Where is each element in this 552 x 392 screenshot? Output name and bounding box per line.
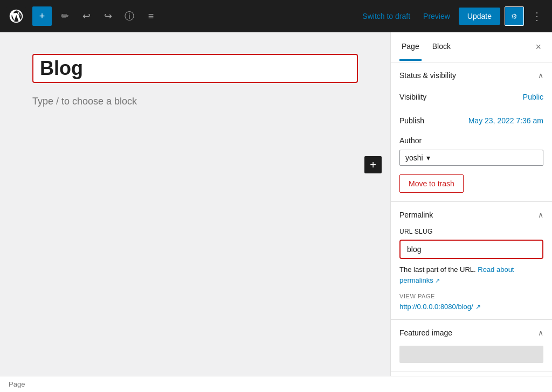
info-button[interactable]: ⓘ: [121, 8, 138, 25]
info-icon: ⓘ: [125, 10, 134, 23]
permalink-header[interactable]: Permalink ∧: [391, 202, 552, 228]
list-icon: ≡: [148, 11, 154, 22]
permalink-description: The last part of the URL. Read about per…: [399, 264, 543, 285]
featured-image-title: Featured image: [399, 328, 452, 337]
editor-area: Blog Type / to choose a block +: [0, 32, 390, 376]
more-options-button[interactable]: ⋮: [528, 8, 546, 25]
visibility-label: Visibility: [399, 93, 426, 101]
redo-icon: ↪: [104, 10, 112, 22]
pen-icon-button[interactable]: ✏: [56, 8, 73, 25]
author-label: Author: [399, 136, 422, 145]
toolbar-right: Switch to draft Preview Update ⚙ ⋮: [358, 6, 546, 26]
permalink-title: Permalink: [399, 211, 433, 219]
view-page-url-text: http://0.0.0.0:8080/blog/: [399, 303, 473, 311]
gear-icon: ⚙: [511, 12, 518, 20]
publish-value[interactable]: May 23, 2022 7:36 am: [468, 116, 543, 125]
move-to-trash-button[interactable]: Move to trash: [399, 174, 464, 193]
undo-icon: ↩: [82, 10, 91, 22]
update-button[interactable]: Update: [459, 8, 500, 25]
url-slug-label: URL Slug: [399, 228, 543, 235]
main-area: Blog Type / to choose a block + Page Blo…: [0, 32, 552, 376]
visibility-row: Visibility Public: [399, 88, 543, 106]
external-link-icon: ↗: [435, 277, 440, 284]
tab-block[interactable]: Block: [430, 33, 453, 61]
featured-image-chevron-icon: ∧: [538, 328, 543, 337]
preview-button[interactable]: Preview: [419, 9, 454, 24]
status-bar: Page: [0, 376, 552, 392]
page-title: Blog: [32, 54, 358, 83]
sidebar-header: Page Block ×: [391, 32, 552, 62]
status-visibility-header[interactable]: Status & visibility ∧: [391, 62, 552, 88]
status-visibility-content: Visibility Public Publish May 23, 2022 7…: [391, 88, 552, 201]
tab-page[interactable]: Page: [399, 33, 422, 61]
chevron-up-icon: ∧: [538, 71, 543, 80]
switch-to-draft-button[interactable]: Switch to draft: [358, 9, 415, 24]
list-view-button[interactable]: ≡: [142, 8, 160, 25]
redo-button[interactable]: ↪: [99, 8, 116, 25]
settings-button[interactable]: ⚙: [505, 6, 524, 26]
toolbar: + ✏ ↩ ↪ ⓘ ≡ Switch to draft Preview Upda…: [0, 0, 552, 32]
status-visibility-section: Status & visibility ∧ Visibility Public …: [391, 62, 552, 202]
featured-image-header[interactable]: Featured image ∧: [391, 320, 552, 346]
view-page-label: VIEW PAGE: [399, 293, 543, 299]
permalink-chevron-icon: ∧: [538, 211, 543, 219]
sidebar: Page Block × Status & visibility ∧ Visib…: [390, 32, 552, 376]
status-visibility-title: Status & visibility: [399, 71, 456, 80]
publish-row: Publish May 23, 2022 7:36 am: [399, 112, 543, 129]
chevron-down-icon: ▾: [426, 153, 430, 162]
close-sidebar-button[interactable]: ×: [533, 39, 543, 55]
author-value: yoshi: [405, 153, 423, 162]
permalink-content: URL Slug The last part of the URL. Read …: [391, 228, 552, 319]
permalink-section: Permalink ∧ URL Slug The last part of th…: [391, 202, 552, 320]
add-block-inline-button[interactable]: +: [364, 156, 382, 173]
url-slug-input[interactable]: [399, 240, 543, 259]
wp-logo: [6, 6, 26, 26]
featured-image-section: Featured image ∧: [391, 320, 552, 372]
undo-button[interactable]: ↩: [78, 8, 95, 25]
publish-label: Publish: [399, 116, 424, 125]
status-bar-label: Page: [9, 380, 25, 388]
visibility-value[interactable]: Public: [523, 93, 543, 101]
external-link-2-icon: ↗: [475, 303, 481, 311]
more-icon: ⋮: [532, 10, 542, 23]
add-block-button[interactable]: +: [32, 6, 52, 26]
view-page-url[interactable]: http://0.0.0.0:8080/blog/ ↗: [399, 303, 543, 311]
editor-placeholder: Type / to choose a block: [32, 96, 358, 107]
pen-icon: ✏: [61, 10, 69, 22]
author-select[interactable]: yoshi ▾: [399, 150, 543, 166]
